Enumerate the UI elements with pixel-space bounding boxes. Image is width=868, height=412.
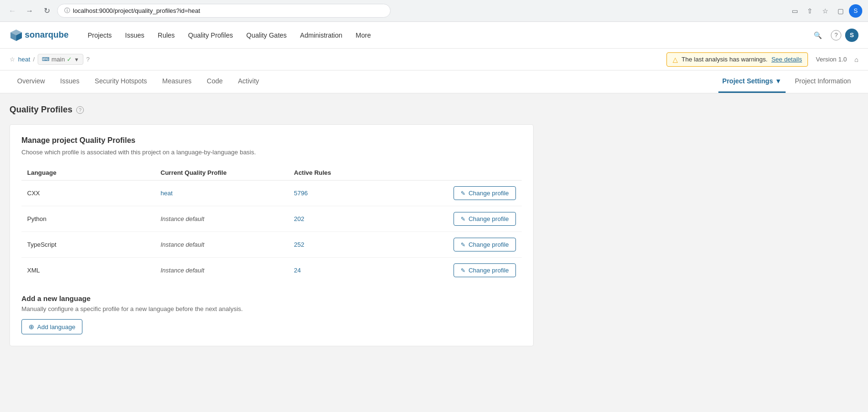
rules-cell: 5796 [288,181,384,206]
app-header: sonarqube Projects Issues Rules Quality … [0,22,868,49]
logo[interactable]: sonarqube [10,29,69,42]
tab-issues[interactable]: Issues [52,70,87,93]
branch-selector[interactable]: ⌨ main ✓ ▼ [38,54,83,65]
user-avatar[interactable]: S [845,29,858,42]
action-cell: ✎ Change profile [384,181,522,206]
branch-icon: ⌨ [42,56,50,62]
table-row: Python Instance default 202 ✎ Change pro… [21,206,522,232]
change-profile-button[interactable]: ✎ Change profile [454,186,516,200]
project-settings-dropdown[interactable]: Project Settings ▼ [718,70,785,93]
project-information-link[interactable]: Project Information [787,70,859,93]
address-bar[interactable]: ⓘ localhost:9000/project/quality_profile… [57,4,391,18]
home-icon[interactable]: ⌂ [855,56,858,63]
logo-text: sonarqube [25,30,69,40]
tab-code[interactable]: Code [199,70,230,93]
rules-link[interactable]: 252 [294,241,304,248]
rules-link[interactable]: 5796 [294,190,308,197]
rules-cell: 202 [288,206,384,232]
change-profile-label: Change profile [468,190,509,197]
main-content: Quality Profiles ? Manage project Qualit… [0,93,667,358]
language-cell: Python [21,206,155,232]
help-button[interactable]: ? [831,30,841,40]
share-icon[interactable]: ⇧ [803,4,817,18]
browser-chrome: ← → ↻ ⓘ localhost:9000/project/quality_p… [0,0,868,22]
browser-toolbar-right: ▭ ⇧ ☆ ▢ S [788,4,862,18]
warning-icon: △ [673,56,678,63]
breadcrumb: ☆ heat / ⌨ main ✓ ▼ ? [10,54,90,65]
profile-button[interactable]: S [849,4,862,18]
action-cell: ✎ Change profile [384,232,522,258]
profile-cell: heat [155,181,288,206]
profile-link[interactable]: heat [161,190,172,197]
change-profile-label: Change profile [468,241,509,248]
edit-icon: ✎ [461,241,465,248]
branch-help-icon[interactable]: ? [86,56,90,63]
table-row: TypeScript Instance default 252 ✎ Change… [21,232,522,258]
favorite-icon[interactable]: ☆ [10,56,15,63]
rules-cell: 252 [288,232,384,258]
nav-quality-profiles[interactable]: Quality Profiles [182,28,239,43]
add-language-label: Add language [37,323,75,331]
add-language-section: Add a new language Manually configure a … [21,294,522,334]
bookmark-icon[interactable]: ☆ [818,4,832,18]
branch-name: main [51,56,65,63]
tab-measures[interactable]: Measures [155,70,199,93]
change-profile-button[interactable]: ✎ Change profile [454,238,516,251]
nav-issues[interactable]: Issues [120,28,150,43]
col-language: Language [21,165,155,181]
reload-button[interactable]: ↻ [40,4,53,18]
breadcrumb-separator: / [33,56,35,63]
caret-icon: ▼ [74,57,79,62]
add-language-button[interactable]: ⊕ Add language [21,319,82,334]
change-profile-label: Change profile [468,215,509,222]
warning-text: The last analysis has warnings. [682,56,768,63]
change-profile-button[interactable]: ✎ Change profile [454,212,516,226]
card-desc: Choose which profile is associated with … [21,149,522,156]
nav-quality-gates[interactable]: Quality Gates [241,28,293,43]
nav-rules[interactable]: Rules [152,28,181,43]
search-icon[interactable]: 🔍 [810,28,825,43]
action-cell: ✎ Change profile [384,258,522,283]
page-help-icon[interactable]: ? [76,106,84,114]
forward-button[interactable]: → [23,4,36,18]
tab-security-hotspots[interactable]: Security Hotspots [87,70,155,93]
see-details-link[interactable]: See details [771,56,802,63]
page-title-row: Quality Profiles ? [10,105,657,115]
tab-overview[interactable]: Overview [10,70,52,93]
nav-more[interactable]: More [350,28,377,43]
edit-icon: ✎ [461,267,465,274]
page-title: Quality Profiles [10,105,72,115]
version-text: Version 1.0 [816,56,847,63]
lock-icon: ⓘ [64,7,70,15]
table-row: CXX heat 5796 ✎ Change profile [21,181,522,206]
page-nav: Overview Issues Security Hotspots Measur… [0,70,868,93]
warning-banner: △ The last analysis has warnings. See de… [666,52,808,67]
main-nav: Projects Issues Rules Quality Profiles Q… [82,28,376,43]
nav-administration[interactable]: Administration [294,28,348,43]
project-settings-label: Project Settings [722,77,773,85]
plus-circle-icon: ⊕ [29,323,34,331]
nav-right: ? S [831,29,858,42]
profile-cell: Instance default [155,232,288,258]
url-text: localhost:9000/project/quality_profiles?… [73,7,384,14]
language-cell: TypeScript [21,232,155,258]
profiles-table: Language Current Quality Profile Active … [21,165,522,283]
check-icon: ✓ [67,56,72,63]
card-title: Manage project Quality Profiles [21,136,522,145]
table-row: XML Instance default 24 ✎ Change profile [21,258,522,283]
edit-icon: ✎ [461,190,465,197]
back-button[interactable]: ← [6,4,19,18]
rules-link[interactable]: 202 [294,215,304,222]
window-icon[interactable]: ▢ [834,4,847,18]
cast-icon[interactable]: ▭ [788,4,801,18]
change-profile-button[interactable]: ✎ Change profile [454,263,516,277]
page-nav-right: Project Settings ▼ Project Information [718,70,858,93]
nav-projects[interactable]: Projects [82,28,118,43]
add-language-desc: Manually configure a specific profile fo… [21,305,522,312]
rules-link[interactable]: 24 [294,267,301,274]
project-link[interactable]: heat [18,56,30,63]
change-profile-label: Change profile [468,267,509,274]
profile-default: Instance default [161,241,204,248]
tab-activity[interactable]: Activity [230,70,266,93]
logo-icon [10,29,23,42]
